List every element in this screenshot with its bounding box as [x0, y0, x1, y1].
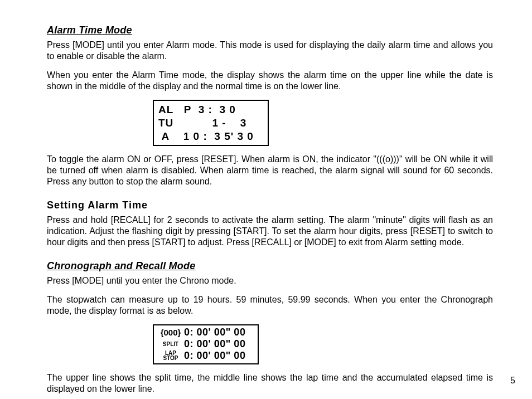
lcd-display-alarm: AL P 3 : 3 0 TU 1 - 3 A 1 0 : 3 5' 3 0 [153, 100, 269, 146]
page-number: 5 [510, 376, 515, 386]
lcd-side-stop: STOP [163, 355, 178, 361]
lcd-side-label: LAP STOP [157, 351, 184, 361]
lcd-time: 0: 00' 00" 00 [184, 350, 254, 362]
lcd-row: SPLIT 0: 00' 00" 00 [157, 338, 254, 350]
lcd-time: 0: 00' 00" 00 [184, 338, 254, 350]
lcd-display-chrono: {000} 0: 00' 00" 00 SPLIT 0: 00' 00" 00 … [153, 324, 259, 364]
paragraph: The upper line shows the split time, the… [47, 372, 493, 395]
heading-chronograph-recall: Chronograph and Recall Mode [47, 260, 493, 272]
lcd-time: 0: 00' 00" 00 [184, 327, 254, 338]
paragraph: The stopwatch can measure up to 19 hours… [47, 294, 493, 317]
heading-setting-alarm-time: Setting Alarm Time [47, 199, 493, 211]
lcd-side-label: SPLIT [157, 341, 184, 348]
document-page: Alarm Time Mode Press [MODE] until you e… [0, 0, 532, 399]
paragraph: To toggle the alarm ON or OFF, press [RE… [47, 154, 493, 187]
lcd-row: {000} 0: 00' 00" 00 [157, 327, 254, 338]
paragraph: Press and hold [RECALL] for 2 seconds to… [47, 215, 493, 248]
lcd-side-label: {000} [157, 328, 184, 337]
heading-alarm-time-mode: Alarm Time Mode [47, 25, 493, 36]
lcd-row: LAP STOP 0: 00' 00" 00 [157, 350, 254, 362]
paragraph: When you enter the Alarm Time mode, the … [47, 70, 493, 92]
paragraph: Press [MODE] until you enter the Chrono … [47, 275, 493, 286]
paragraph: Press [MODE] until you enter Alarm mode.… [47, 40, 493, 62]
